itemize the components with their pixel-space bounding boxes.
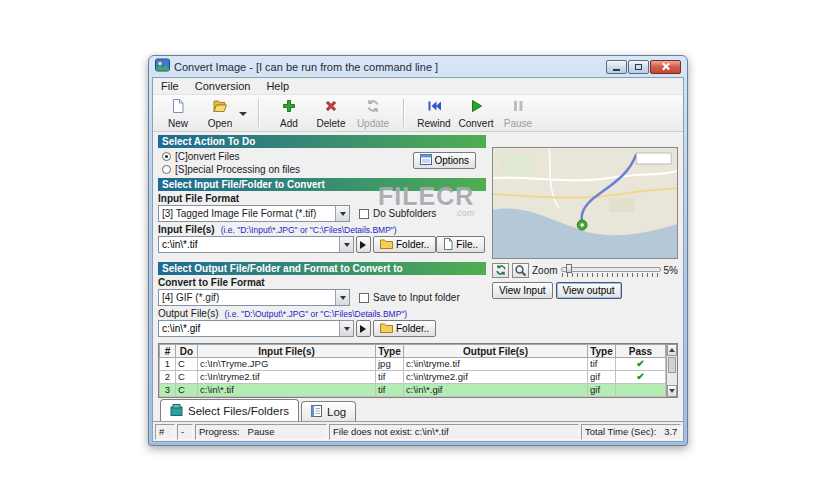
map-image	[493, 148, 677, 258]
menu-file[interactable]: File	[153, 79, 187, 93]
table-row[interactable]: 1 C c:\In\Tryme.JPG jpg c:\in\tryme.tif …	[160, 358, 666, 371]
options-form-icon	[420, 154, 432, 167]
checkbox-icon	[359, 293, 369, 303]
status-sub-indicator: -	[177, 424, 193, 440]
scroll-up-button[interactable]	[667, 344, 677, 356]
minimize-button[interactable]	[606, 60, 627, 74]
tab-log[interactable]: Log	[301, 401, 356, 421]
col-output-type[interactable]: Type	[588, 345, 616, 358]
cell-output: c:\in\tryme2.gif	[404, 371, 588, 384]
options-button[interactable]: Options	[413, 152, 476, 169]
input-file-button[interactable]: File..	[436, 236, 485, 253]
cell-output-type: tif	[588, 358, 616, 371]
play-icon	[360, 325, 370, 333]
view-input-button[interactable]: View Input	[492, 282, 553, 299]
status-row-indicator: #	[155, 424, 175, 440]
folder-icon	[380, 238, 393, 251]
cell-do: C	[176, 384, 198, 397]
output-folder-button[interactable]: Folder..	[373, 320, 436, 337]
output-files-field[interactable]	[159, 323, 339, 334]
view-output-button[interactable]: View output	[556, 282, 622, 299]
add-icon	[281, 98, 297, 118]
open-button[interactable]: Open	[199, 96, 241, 130]
output-folder-button-label: Folder..	[396, 323, 429, 334]
menu-help[interactable]: Help	[258, 79, 297, 93]
save-to-input-checkbox[interactable]: Save to Input folder	[359, 292, 460, 303]
action-section-header: Select Action To Do	[158, 135, 486, 148]
input-files-field[interactable]	[159, 239, 339, 250]
grid-scrollbar[interactable]	[666, 344, 677, 397]
delete-button[interactable]: Delete	[310, 96, 352, 130]
input-files-combo	[158, 236, 354, 253]
col-input-files[interactable]: Input File(s)	[198, 345, 376, 358]
save-to-input-label: Save to Input folder	[373, 292, 460, 303]
output-apply-button[interactable]	[356, 320, 371, 337]
zoom-value: 5%	[664, 265, 678, 276]
update-button[interactable]: Update	[352, 96, 394, 130]
open-button-group: Open	[199, 96, 249, 130]
add-button[interactable]: Add	[268, 96, 310, 130]
preview-panel: Zoom 5% View Input View output	[492, 147, 678, 338]
zoom-controls: Zoom 5%	[492, 262, 678, 278]
radio-unselected-icon	[162, 165, 171, 174]
do-subfolders-label: Do Subfolders	[373, 208, 436, 219]
cell-pass-check-icon: ✔	[616, 358, 666, 371]
zoom-slider-thumb[interactable]	[566, 264, 572, 273]
toolbar-separator	[258, 99, 259, 127]
cell-num: 2	[160, 371, 176, 384]
tab-select-files-folders[interactable]: Select Files/Folders	[160, 399, 299, 421]
combo-dropdown-icon[interactable]	[339, 321, 353, 336]
new-button[interactable]: New	[157, 96, 199, 130]
options-button-label: Options	[435, 155, 469, 166]
convert-button[interactable]: Convert	[455, 96, 497, 130]
statusbar: # - Progress: Pause File does not exist:…	[153, 422, 683, 441]
convert-icon	[468, 98, 484, 118]
log-tab-icon	[311, 405, 322, 419]
col-num[interactable]: #	[160, 345, 176, 358]
scrollbar-thumb[interactable]	[668, 357, 676, 373]
combo-dropdown-icon[interactable]	[335, 206, 349, 221]
col-input-type[interactable]: Type	[376, 345, 404, 358]
open-dropdown-arrow-icon[interactable]	[239, 112, 247, 120]
combo-dropdown-icon[interactable]	[339, 237, 353, 252]
file-icon	[443, 238, 453, 252]
maximize-button[interactable]	[628, 60, 649, 74]
folder-icon	[380, 322, 393, 335]
output-files-combo	[158, 320, 354, 337]
refresh-preview-button[interactable]	[492, 263, 509, 278]
pause-icon	[510, 98, 526, 118]
input-files-label: Input File(s)	[158, 224, 215, 235]
cell-do: C	[176, 371, 198, 384]
pause-button[interactable]: Pause	[497, 96, 539, 130]
conversion-table: # Do Input File(s) Type Output File(s) T…	[159, 344, 666, 398]
input-section-header: Select Input File/Folder to Convert	[158, 178, 486, 191]
combo-dropdown-icon[interactable]	[335, 290, 349, 305]
table-row[interactable]: 2 C c:\In\tryme2.tif tif c:\in\tryme2.gi…	[160, 371, 666, 384]
input-format-label: Input File Format	[158, 193, 486, 204]
input-folder-button[interactable]: Folder..	[373, 236, 436, 253]
do-subfolders-checkbox[interactable]: Do Subfolders	[359, 208, 436, 219]
input-apply-button[interactable]	[356, 236, 371, 253]
menu-conversion[interactable]: Conversion	[187, 79, 259, 93]
col-output-files[interactable]: Output File(s)	[404, 345, 588, 358]
open-folder-icon	[212, 98, 228, 118]
table-row-selected[interactable]: 3 C c:\in\*.tif tif c:\in\*.gif gif	[160, 384, 666, 397]
map-preview[interactable]	[492, 147, 678, 259]
close-button[interactable]	[650, 60, 681, 74]
output-format-combo[interactable]: [4] GIF (*.gif)	[158, 289, 350, 306]
zoom-slider[interactable]	[561, 264, 661, 277]
scroll-down-button[interactable]	[667, 385, 677, 397]
cell-num: 3	[160, 384, 176, 397]
menubar: File Conversion Help	[153, 78, 683, 95]
cell-input: c:\in\*.tif	[198, 384, 376, 397]
titlebar: Convert Image - [I can be run from the c…	[152, 56, 684, 77]
settings-panel: Select Action To Do [C]onvert Files [S]p…	[158, 135, 486, 338]
magnifier-button[interactable]	[512, 263, 529, 278]
radio-special-processing-label: [S]pecial Processing on files	[175, 164, 300, 175]
files-tab-icon	[170, 404, 183, 418]
new-button-label: New	[168, 119, 188, 129]
input-format-combo[interactable]: [3] Tagged Image File Format (*.tif)	[158, 205, 350, 222]
col-do[interactable]: Do	[176, 345, 198, 358]
col-pass[interactable]: Pass	[616, 345, 666, 358]
rewind-button[interactable]: Rewind	[413, 96, 455, 130]
